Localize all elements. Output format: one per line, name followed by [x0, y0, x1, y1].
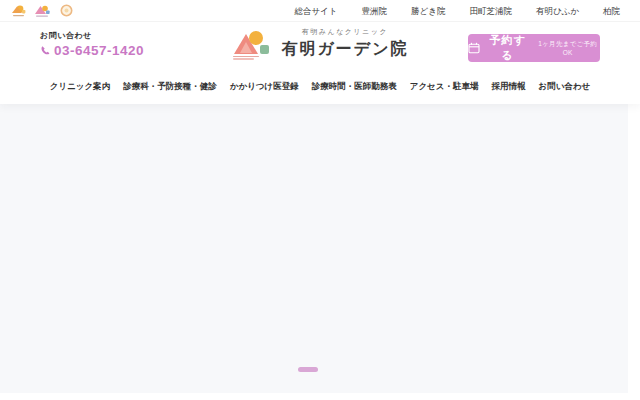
nav-item-departments[interactable]: 診療科・予防接種・健診	[123, 81, 217, 93]
site-link-toyosu[interactable]: 豊洲院	[349, 0, 399, 22]
top-bar: 総合サイト 豊洲院 勝どき院 田町芝浦院 有明ひふか 柏院	[0, 0, 640, 22]
brand-texts: 有明みんなクリニック 有明ガーデン院	[281, 27, 408, 60]
site-link-sogo[interactable]: 総合サイト	[282, 0, 349, 22]
reserve-button-label: 予約する	[485, 33, 530, 63]
reserve-button[interactable]: 予約する 1ヶ月先までご予約OK	[468, 34, 600, 62]
carousel-dot-active[interactable]	[298, 367, 318, 372]
next-section-edge	[0, 393, 640, 400]
carousel-indicator	[298, 367, 318, 372]
scrollbar-track[interactable]	[628, 104, 640, 400]
nav-item-access-parking[interactable]: アクセス・駐車場	[410, 81, 479, 93]
nav-item-recruit[interactable]: 採用情報	[492, 81, 526, 93]
nav-item-family-doctor[interactable]: かかりつけ医登録	[230, 81, 299, 93]
main-navigation: クリニック案内 診療科・予防接種・健診 かかりつけ医登録 診療時間・医師勤務表 …	[0, 70, 640, 104]
clinic-name: 有明ガーデン院	[281, 39, 408, 60]
page: 総合サイト 豊洲院 勝どき院 田町芝浦院 有明ひふか 柏院 お問い合わせ 03	[0, 0, 640, 400]
nav-item-hours-schedule[interactable]: 診療時間・医師勤務表	[312, 81, 397, 93]
calendar-icon	[468, 42, 480, 54]
triangle-circle-square-logo-icon	[231, 28, 273, 60]
site-switcher: 総合サイト 豊洲院 勝どき院 田町芝浦院 有明ひふか 柏院	[282, 0, 632, 22]
hero-carousel	[0, 104, 628, 393]
group-logo-triangle-icon[interactable]	[34, 3, 51, 18]
group-logo-ring-icon[interactable]	[58, 3, 75, 18]
header-band: お問い合わせ 03-6457-1420	[0, 22, 640, 70]
nav-item-clinic-guide[interactable]: クリニック案内	[50, 81, 111, 93]
group-logo-sun-icon[interactable]	[10, 3, 27, 18]
site-link-kachidoki[interactable]: 勝どき院	[399, 0, 457, 22]
site-link-tamachi-shibaura[interactable]: 田町芝浦院	[457, 0, 524, 22]
site-link-kashiwa[interactable]: 柏院	[591, 0, 632, 22]
nav-item-contact[interactable]: お問い合わせ	[539, 81, 591, 93]
reserve-button-note: 1ヶ月先までご予約OK	[535, 40, 600, 56]
site-link-ariake-hifuka[interactable]: 有明ひふか	[524, 0, 591, 22]
group-logos	[10, 3, 75, 18]
logo-subtext-decoration	[233, 56, 259, 60]
clinic-group-name: 有明みんなクリニック	[302, 27, 388, 37]
site-header: 総合サイト 豊洲院 勝どき院 田町芝浦院 有明ひふか 柏院 お問い合わせ 03	[0, 0, 640, 104]
